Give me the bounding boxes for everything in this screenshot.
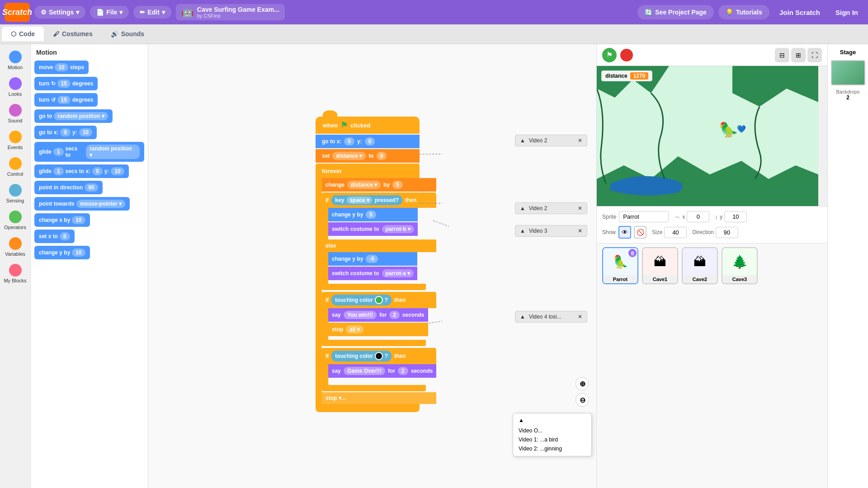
edit-button[interactable]: ✏ Edit ▾ [133,6,171,19]
video-list-item-1[interactable]: Video O... [516,426,589,435]
palette-item-sound[interactable]: Sound [2,101,29,126]
sprite-thumb-cave3[interactable]: 🌲 Cave3 [722,247,758,284]
video-close-4[interactable]: ✕ [578,314,582,320]
zoom-out-button[interactable]: ⊖ [576,393,589,407]
block-switch-parrota[interactable]: switch costume to parrot-a ▾ [328,267,417,280]
blocks-category-title: Motion [34,49,144,56]
palette-item-looks[interactable]: Looks [2,75,29,99]
block-stop-all[interactable]: stop all ▾ [328,323,428,336]
myblocks-dot [9,264,22,277]
scratch-logo[interactable]: Scratch [5,3,30,22]
tab-code[interactable]: ⬡ Code [2,27,44,41]
video-block-3[interactable]: ▲ Video 3 ✕ [515,225,587,237]
else-label: else [322,239,436,252]
block-partial[interactable]: stop ▾... [322,392,436,404]
show-visible-button[interactable]: 👁 [618,226,631,239]
block-change-y-5[interactable]: change y by 5 [328,208,418,221]
block-glide-xy[interactable]: glide 1 secs to x: 0 y: 10 [34,164,129,178]
block-change-x[interactable]: change x by 10 [34,213,90,227]
video-block-2[interactable]: ▲ Video 2 ✕ [515,202,587,214]
refresh-icon: 🔄 [645,9,652,16]
block-glide-random[interactable]: glide 1 secs to random position ▾ [34,142,144,162]
project-info: 🤖 Cave Surfing Game Exam... by CSFirst [176,4,285,20]
else-arm [322,252,328,284]
x-input[interactable] [687,211,709,222]
sprite-thumb-cave1[interactable]: 🏔 Cave1 [642,247,678,284]
block-point-towards[interactable]: point towards mouse-pointer ▾ [34,197,130,211]
fullscreen-button[interactable]: ⛶ [807,48,822,62]
palette-item-operators[interactable]: Operators [2,208,29,233]
direction-group: Direction [692,227,738,238]
sprite-name-input[interactable] [619,211,669,222]
forever-block[interactable]: forever change distance ▾ by [316,164,436,412]
zoom-in-button[interactable]: ⊕ [576,377,589,390]
y-input[interactable] [724,211,747,222]
settings-button[interactable]: ⚙ Settings ▾ [34,6,85,19]
palette-item-variables[interactable]: Variables [2,235,29,259]
block-say-gameover[interactable]: say Game Over!!! for 2 seconds [328,364,436,378]
block-say-win[interactable]: say You win!!! for 2 seconds [328,308,428,322]
sound-dot [9,104,22,117]
if-black-block[interactable]: if touching color ? then [322,348,436,391]
tutorials-button[interactable]: 💡 Tutorials [718,5,769,19]
block-turn-cw[interactable]: turn ↻ 15 degrees [34,77,98,90]
stage-small-button[interactable]: ⊟ [775,48,789,62]
palette-item-myblocks[interactable]: My Blocks [2,261,29,286]
stage-panel: Stage Backdrops 2 [827,44,868,488]
video-block-4[interactable]: ▲ Video 4 losi... ✕ [515,311,587,323]
stage-view-buttons: ⊟ ⊞ ⛶ [775,48,822,62]
x-arrows-icon: ↔ [674,213,680,221]
block-turn-ccw[interactable]: turn ↺ 15 degrees [34,93,98,107]
sign-in-button[interactable]: Sign In [830,9,863,16]
video-block-1[interactable]: ▲ Video 2 ✕ [515,135,587,146]
video-close-3[interactable]: ✕ [578,228,582,234]
distance-value: 1270 [630,72,649,80]
block-change-y-neg5[interactable]: change y by -5 [328,252,417,266]
stage-medium-button[interactable]: ⊞ [791,48,806,62]
block-set-x[interactable]: set x to 0 [34,230,75,243]
sensing-label: Sensing [6,198,24,203]
file-button[interactable]: 📄 File ▾ [90,6,129,19]
join-scratch-button[interactable]: Join Scratch [774,9,826,16]
file-chevron-icon: ▾ [119,9,123,16]
palette-item-events[interactable]: Events [2,128,29,153]
block-switch-parrotb[interactable]: switch costume to parrot-b ▾ [328,222,418,236]
parrot-delete-button[interactable]: 🗑 [628,249,637,257]
direction-input[interactable] [716,227,738,238]
blocks-panel: Motion move 10 steps turn ↻ 15 degrees t… [31,44,148,488]
block-change-distance[interactable]: change distance ▾ by 5 [322,178,436,192]
block-goto-xy[interactable]: go to x: 0 y: 10 [34,126,97,139]
sprite-thumb-cave2[interactable]: 🏔 Cave2 [682,247,718,284]
tab-costumes[interactable]: 🖌 Costumes [44,27,102,41]
size-input[interactable] [664,227,687,238]
video-close-1[interactable]: ✕ [578,137,582,144]
palette-item-sensing[interactable]: Sensing [2,181,29,206]
palette-item-motion[interactable]: Motion [2,48,29,73]
video-up-icon: ▲ [520,137,525,144]
video-close-2[interactable]: ✕ [578,205,582,211]
else-body: change y by -5 switch costume to parrot-… [322,252,436,284]
sprite-thumb-parrot[interactable]: 🦜 Parrot 🗑 [602,247,638,284]
android-icon: 🤖 [181,6,193,18]
show-hidden-button[interactable]: 🚫 [634,226,646,239]
see-project-button[interactable]: 🔄 See Project Page [637,5,714,19]
block-change-y[interactable]: change y by 10 [34,246,90,259]
video-list-header: ▲ [516,416,589,424]
stage-thumbnail[interactable] [831,60,865,85]
main-script[interactable]: when ⚑ clicked go to x: 0 y: 0 set dista… [316,117,436,412]
operators-label: Operators [4,225,26,230]
block-move[interactable]: move 10 steps [34,61,89,74]
if-key-block[interactable]: if key space ▾ pressed? then [322,192,436,290]
block-point-direction[interactable]: point in direction 90 [34,181,103,194]
block-goto[interactable]: go to random position ▾ [34,109,113,123]
green-flag-button[interactable]: ⚑ [602,48,617,62]
palette-item-control[interactable]: Control [2,155,29,179]
tab-sounds[interactable]: 🔊 Sounds [102,27,153,41]
video-list-item-2[interactable]: Video 1: ...a bird [516,435,589,444]
if-green-block[interactable]: if touching color ? then [322,292,436,346]
script-area[interactable]: when ⚑ clicked go to x: 0 y: 0 set dista… [148,44,597,488]
stop-button[interactable] [620,49,633,61]
block-goto-x0-y0[interactable]: go to x: 0 y: 0 [316,135,420,148]
block-set-distance[interactable]: set distance ▾ to 0 [316,149,420,163]
video-list-item-3[interactable]: Video 2: ...ginning [516,444,589,453]
